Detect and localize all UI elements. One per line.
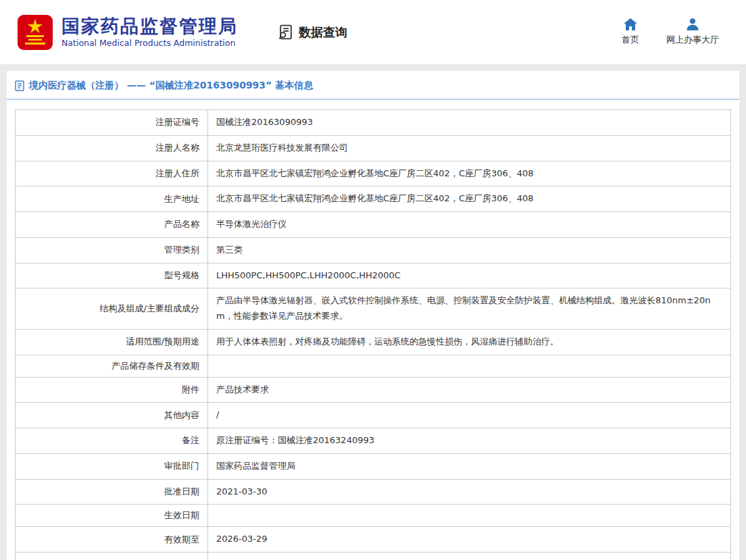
info-table: 注册证编号 国械注准20163090993 注册人名称 北京龙慧珩医疗科技发展有… bbox=[15, 109, 731, 560]
row-value: 2017-01-10 “生产地址：北京市昌平区北七家镇定泗路北侧雅安商厦C号C座… bbox=[208, 553, 731, 560]
row-label: 适用范围/预期用途 bbox=[126, 336, 199, 347]
nmpa-logo[interactable]: 国家药品监督管理局 National Medical Products Admi… bbox=[17, 14, 238, 51]
table-row: 注册人名称 北京龙慧珩医疗科技发展有限公司 bbox=[16, 135, 731, 161]
row-label: 注册人名称 bbox=[155, 143, 199, 153]
data-query-section: 数据查询 bbox=[277, 24, 347, 41]
row-value: 原注册证编号：国械注准20163240993 bbox=[208, 428, 731, 454]
row-label: 审批部门 bbox=[164, 461, 199, 471]
org-name-cn: 国家药品监督管理局 bbox=[61, 16, 238, 36]
table-row: 结构及组成/主要组成成分 产品由半导体激光辐射器、嵌入式软件控制操作系统、电源、… bbox=[16, 288, 731, 330]
row-label: 附件 bbox=[182, 384, 199, 394]
org-name-en: National Medical Products Administration bbox=[61, 38, 238, 48]
table-row: 生效日期 bbox=[16, 505, 731, 527]
nav-home-label: 首页 bbox=[622, 34, 639, 46]
table-row: 生产地址 北京市昌平区北七家镇宏翔鸿企业孵化基地C座厂房二区402，C座厂房30… bbox=[16, 186, 731, 212]
nav-service-hall[interactable]: 网上办事大厅 bbox=[666, 18, 719, 46]
row-value: LHH500PC,HH500PC,LHH2000C,HH2000C bbox=[208, 263, 731, 288]
row-label: 生效日期 bbox=[164, 510, 199, 520]
row-value: 2026-03-29 bbox=[208, 527, 731, 553]
nav-service-hall-label: 网上办事大厅 bbox=[666, 34, 719, 46]
row-value: 北京市昌平区北七家镇宏翔鸿企业孵化基地C座厂房二区402，C座厂房306、408 bbox=[208, 161, 731, 186]
row-label: 产品名称 bbox=[164, 219, 199, 229]
row-label: 批准日期 bbox=[164, 486, 199, 497]
info-table-body: 注册证编号 国械注准20163090993 注册人名称 北京龙慧珩医疗科技发展有… bbox=[16, 110, 731, 560]
row-value: 第三类 bbox=[208, 237, 731, 263]
data-search-icon bbox=[277, 24, 294, 41]
document-icon bbox=[15, 80, 24, 91]
table-row: 其他内容 / bbox=[16, 403, 731, 428]
header-nav: 首页 网上办事大厅 bbox=[622, 18, 719, 46]
row-value: 北京龙慧珩医疗科技发展有限公司 bbox=[208, 135, 731, 161]
org-names: 国家药品监督管理局 National Medical Products Admi… bbox=[61, 16, 238, 49]
table-row: 产品名称 半导体激光治疗仪 bbox=[16, 212, 731, 238]
table-row: 管理类别 第三类 bbox=[16, 237, 731, 263]
row-value bbox=[208, 505, 731, 527]
row-label: 注册人住所 bbox=[155, 168, 199, 178]
row-label: 注册证编号 bbox=[155, 117, 199, 127]
row-value: / bbox=[208, 403, 731, 428]
section-title-label: 数据查询 bbox=[299, 24, 347, 41]
china-national-emblem-icon bbox=[17, 14, 53, 51]
home-icon bbox=[624, 18, 637, 30]
row-label: 型号规格 bbox=[164, 270, 199, 280]
row-value: 国家药品监督管理局 bbox=[208, 453, 731, 479]
table-row: 有效期至 2026-03-29 bbox=[16, 527, 731, 553]
row-label: 有效期至 bbox=[164, 534, 199, 544]
page: 国家药品监督管理局 National Medical Products Admi… bbox=[0, 0, 746, 560]
row-label: 产品储存条件及有效期 bbox=[111, 361, 199, 371]
site-header: 国家药品监督管理局 National Medical Products Admi… bbox=[0, 0, 746, 64]
person-icon bbox=[686, 18, 699, 30]
row-value: 北京市昌平区北七家镇宏翔鸿企业孵化基地C座厂房二区402，C座厂房306、408 bbox=[208, 186, 731, 212]
row-value: 产品技术要求 bbox=[208, 377, 731, 403]
table-row: 批准日期 2021-03-30 bbox=[16, 479, 731, 505]
info-panel: 境内医疗器械（注册） —— “国械注准20163090993” 基本信息 注册证… bbox=[7, 71, 739, 560]
table-row: 备注 原注册证编号：国械注准20163240993 bbox=[16, 428, 731, 454]
row-label: 生产地址 bbox=[164, 194, 199, 204]
row-label: 备注 bbox=[182, 435, 199, 445]
row-value: 半导体激光治疗仪 bbox=[208, 212, 731, 238]
row-label: 管理类别 bbox=[164, 245, 199, 255]
table-row: 审批部门 国家药品监督管理局 bbox=[16, 453, 731, 479]
table-row: 注册人住所 北京市昌平区北七家镇宏翔鸿企业孵化基地C座厂房二区402，C座厂房3… bbox=[16, 161, 731, 186]
row-value: 2021-03-30 bbox=[208, 479, 731, 505]
table-row: 附件 产品技术要求 bbox=[16, 377, 731, 403]
row-value: 国械注准20163090993 bbox=[208, 110, 731, 136]
table-row: 变更情况 2017-01-10 “生产地址：北京市昌平区北七家镇定泗路北侧雅安商… bbox=[16, 553, 731, 560]
table-row: 型号规格 LHH500PC,HH500PC,LHH2000C,HH2000C bbox=[16, 263, 731, 288]
breadcrumb-text: 境内医疗器械（注册） —— “国械注准20163090993” 基本信息 bbox=[29, 80, 313, 92]
content-area: 境内医疗器械（注册） —— “国械注准20163090993” 基本信息 注册证… bbox=[0, 64, 746, 560]
row-value: 用于人体体表照射，对疼痛及功能障碍，运动系统的急慢性损伤，风湿痛进行辅助治疗。 bbox=[208, 329, 731, 355]
table-row: 注册证编号 国械注准20163090993 bbox=[16, 110, 731, 136]
nav-home[interactable]: 首页 bbox=[622, 18, 639, 46]
row-value bbox=[208, 355, 731, 377]
table-row: 产品储存条件及有效期 bbox=[16, 355, 731, 377]
row-label: 其他内容 bbox=[164, 410, 199, 420]
breadcrumb: 境内医疗器械（注册） —— “国械注准20163090993” 基本信息 bbox=[7, 71, 739, 100]
row-label: 结构及组成/主要组成成分 bbox=[100, 303, 199, 313]
row-value: 产品由半导体激光辐射器、嵌入式软件控制操作系统、电源、控制装置及安全防护装置、机… bbox=[208, 288, 731, 330]
table-row: 适用范围/预期用途 用于人体体表照射，对疼痛及功能障碍，运动系统的急慢性损伤，风… bbox=[16, 329, 731, 355]
